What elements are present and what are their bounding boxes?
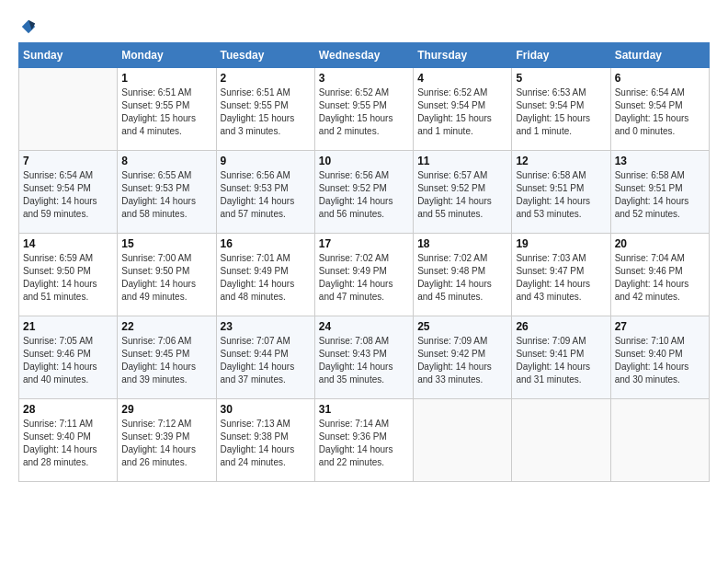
page-header — [18, 18, 710, 35]
calendar-day-cell: 24Sunrise: 7:08 AM Sunset: 9:43 PM Dayli… — [314, 316, 413, 399]
day-number: 19 — [516, 237, 606, 250]
calendar-day-cell: 16Sunrise: 7:01 AM Sunset: 9:49 PM Dayli… — [216, 234, 314, 316]
day-info: Sunrise: 6:54 AM Sunset: 9:54 PM Dayligh… — [615, 86, 705, 138]
logo-icon — [20, 18, 37, 35]
day-info: Sunrise: 7:10 AM Sunset: 9:40 PM Dayligh… — [615, 335, 705, 386]
day-info: Sunrise: 6:53 AM Sunset: 9:54 PM Dayligh… — [516, 86, 606, 138]
day-info: Sunrise: 7:14 AM Sunset: 9:36 PM Dayligh… — [319, 418, 409, 469]
day-number: 25 — [417, 320, 507, 333]
day-number: 7 — [23, 155, 113, 167]
day-number: 15 — [121, 237, 211, 250]
calendar-day-cell: 27Sunrise: 7:10 AM Sunset: 9:40 PM Dayli… — [610, 316, 709, 399]
calendar-day-cell: 26Sunrise: 7:09 AM Sunset: 9:41 PM Dayli… — [512, 316, 610, 399]
day-info: Sunrise: 7:02 AM Sunset: 9:49 PM Dayligh… — [319, 252, 409, 304]
logo — [18, 18, 37, 35]
calendar-day-cell: 29Sunrise: 7:12 AM Sunset: 9:39 PM Dayli… — [118, 399, 216, 482]
day-info: Sunrise: 7:09 AM Sunset: 9:41 PM Dayligh… — [516, 335, 606, 386]
day-number: 22 — [121, 320, 211, 333]
calendar-day-cell: 15Sunrise: 7:00 AM Sunset: 9:50 PM Dayli… — [118, 234, 216, 316]
day-info: Sunrise: 7:01 AM Sunset: 9:49 PM Dayligh… — [221, 252, 311, 304]
weekday-header-cell: Friday — [512, 43, 610, 68]
calendar-table: SundayMondayTuesdayWednesdayThursdayFrid… — [18, 42, 710, 482]
calendar-day-cell — [512, 399, 610, 482]
calendar-day-cell: 10Sunrise: 6:56 AM Sunset: 9:52 PM Dayli… — [314, 151, 413, 234]
calendar-week-row: 28Sunrise: 7:11 AM Sunset: 9:40 PM Dayli… — [19, 399, 710, 482]
day-info: Sunrise: 6:58 AM Sunset: 9:51 PM Dayligh… — [615, 169, 705, 221]
day-number: 3 — [319, 72, 409, 85]
calendar-day-cell: 12Sunrise: 6:58 AM Sunset: 9:51 PM Dayli… — [512, 151, 610, 234]
weekday-header-row: SundayMondayTuesdayWednesdayThursdayFrid… — [19, 43, 710, 68]
calendar-day-cell: 21Sunrise: 7:05 AM Sunset: 9:46 PM Dayli… — [19, 316, 118, 399]
calendar-day-cell: 1Sunrise: 6:51 AM Sunset: 9:55 PM Daylig… — [118, 68, 216, 151]
day-info: Sunrise: 7:06 AM Sunset: 9:45 PM Dayligh… — [121, 335, 211, 386]
calendar-week-row: 21Sunrise: 7:05 AM Sunset: 9:46 PM Dayli… — [19, 316, 710, 399]
day-info: Sunrise: 6:52 AM Sunset: 9:54 PM Dayligh… — [417, 86, 507, 138]
day-info: Sunrise: 7:05 AM Sunset: 9:46 PM Dayligh… — [23, 335, 113, 386]
day-info: Sunrise: 7:02 AM Sunset: 9:48 PM Dayligh… — [417, 252, 507, 304]
calendar-day-cell: 28Sunrise: 7:11 AM Sunset: 9:40 PM Dayli… — [19, 399, 118, 482]
day-number: 21 — [23, 320, 113, 333]
day-info: Sunrise: 6:55 AM Sunset: 9:53 PM Dayligh… — [121, 169, 211, 221]
day-number: 18 — [417, 237, 507, 250]
day-info: Sunrise: 6:56 AM Sunset: 9:52 PM Dayligh… — [319, 169, 409, 221]
day-number: 6 — [615, 72, 705, 85]
calendar-day-cell: 9Sunrise: 6:56 AM Sunset: 9:53 PM Daylig… — [216, 151, 314, 234]
weekday-header-cell: Sunday — [19, 43, 118, 68]
calendar-day-cell: 3Sunrise: 6:52 AM Sunset: 9:55 PM Daylig… — [314, 68, 413, 151]
day-number: 9 — [221, 155, 311, 167]
day-info: Sunrise: 7:04 AM Sunset: 9:46 PM Dayligh… — [615, 252, 705, 304]
calendar-day-cell: 4Sunrise: 6:52 AM Sunset: 9:54 PM Daylig… — [414, 68, 512, 151]
calendar-day-cell: 22Sunrise: 7:06 AM Sunset: 9:45 PM Dayli… — [118, 316, 216, 399]
calendar-body: 1Sunrise: 6:51 AM Sunset: 9:55 PM Daylig… — [19, 68, 710, 482]
day-info: Sunrise: 7:03 AM Sunset: 9:47 PM Dayligh… — [516, 252, 606, 304]
day-info: Sunrise: 7:00 AM Sunset: 9:50 PM Dayligh… — [121, 252, 211, 304]
day-number: 20 — [615, 237, 705, 250]
day-number: 13 — [615, 155, 705, 167]
calendar-day-cell: 7Sunrise: 6:54 AM Sunset: 9:54 PM Daylig… — [19, 151, 118, 234]
day-info: Sunrise: 6:58 AM Sunset: 9:51 PM Dayligh… — [516, 169, 606, 221]
calendar-day-cell — [610, 399, 709, 482]
day-info: Sunrise: 6:56 AM Sunset: 9:53 PM Dayligh… — [221, 169, 311, 221]
day-info: Sunrise: 6:51 AM Sunset: 9:55 PM Dayligh… — [121, 86, 211, 138]
day-info: Sunrise: 6:52 AM Sunset: 9:55 PM Dayligh… — [319, 86, 409, 138]
calendar-day-cell: 14Sunrise: 6:59 AM Sunset: 9:50 PM Dayli… — [19, 234, 118, 316]
calendar-day-cell: 23Sunrise: 7:07 AM Sunset: 9:44 PM Dayli… — [216, 316, 314, 399]
calendar-day-cell: 11Sunrise: 6:57 AM Sunset: 9:52 PM Dayli… — [414, 151, 512, 234]
day-number: 5 — [516, 72, 606, 85]
day-info: Sunrise: 7:09 AM Sunset: 9:42 PM Dayligh… — [417, 335, 507, 386]
day-info: Sunrise: 7:13 AM Sunset: 9:38 PM Dayligh… — [221, 418, 311, 469]
calendar-day-cell: 13Sunrise: 6:58 AM Sunset: 9:51 PM Dayli… — [610, 151, 709, 234]
day-number: 24 — [319, 320, 409, 333]
day-number: 14 — [23, 237, 113, 250]
calendar-day-cell: 2Sunrise: 6:51 AM Sunset: 9:55 PM Daylig… — [216, 68, 314, 151]
day-number: 1 — [121, 72, 211, 85]
calendar-week-row: 14Sunrise: 6:59 AM Sunset: 9:50 PM Dayli… — [19, 234, 710, 316]
calendar-day-cell: 5Sunrise: 6:53 AM Sunset: 9:54 PM Daylig… — [512, 68, 610, 151]
day-number: 11 — [417, 155, 507, 167]
calendar-day-cell: 17Sunrise: 7:02 AM Sunset: 9:49 PM Dayli… — [314, 234, 413, 316]
weekday-header-cell: Saturday — [610, 43, 709, 68]
weekday-header-cell: Tuesday — [216, 43, 314, 68]
day-number: 2 — [221, 72, 311, 85]
day-number: 29 — [121, 403, 211, 416]
calendar-day-cell — [19, 68, 118, 151]
day-number: 8 — [121, 155, 211, 167]
calendar-week-row: 7Sunrise: 6:54 AM Sunset: 9:54 PM Daylig… — [19, 151, 710, 234]
weekday-header-cell: Monday — [118, 43, 216, 68]
calendar-day-cell: 19Sunrise: 7:03 AM Sunset: 9:47 PM Dayli… — [512, 234, 610, 316]
day-number: 30 — [221, 403, 311, 416]
day-number: 17 — [319, 237, 409, 250]
day-number: 23 — [221, 320, 311, 333]
day-info: Sunrise: 6:54 AM Sunset: 9:54 PM Dayligh… — [23, 169, 113, 221]
calendar-day-cell: 18Sunrise: 7:02 AM Sunset: 9:48 PM Dayli… — [414, 234, 512, 316]
calendar-day-cell: 8Sunrise: 6:55 AM Sunset: 9:53 PM Daylig… — [118, 151, 216, 234]
calendar-week-row: 1Sunrise: 6:51 AM Sunset: 9:55 PM Daylig… — [19, 68, 710, 151]
day-number: 28 — [23, 403, 113, 416]
day-number: 12 — [516, 155, 606, 167]
day-number: 27 — [615, 320, 705, 333]
day-number: 16 — [221, 237, 311, 250]
day-number: 4 — [417, 72, 507, 85]
day-info: Sunrise: 7:12 AM Sunset: 9:39 PM Dayligh… — [121, 418, 211, 469]
day-info: Sunrise: 6:57 AM Sunset: 9:52 PM Dayligh… — [417, 169, 507, 221]
calendar-day-cell: 30Sunrise: 7:13 AM Sunset: 9:38 PM Dayli… — [216, 399, 314, 482]
